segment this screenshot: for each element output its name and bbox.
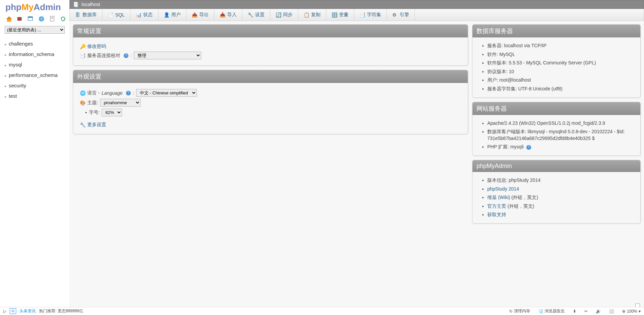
charsets-icon: 📑	[360, 12, 365, 18]
db-item-mysql[interactable]: mysql	[3, 59, 67, 70]
fontsize-select[interactable]: 82%	[102, 109, 122, 116]
list-item: 官方主页 (外链，英文)	[487, 202, 634, 211]
tab-engines[interactable]: ⚙引擎	[387, 9, 415, 21]
logout-icon[interactable]	[17, 16, 23, 22]
tab-variables[interactable]: 🔢变量	[326, 9, 354, 21]
main-area: 📑 localhost 🗄数据库 📄SQL 📊状态 👤用户 📤导出 📥导入 🔧设…	[69, 0, 644, 315]
change-password-link[interactable]: 修改密码	[87, 44, 106, 50]
general-settings-title: 常规设置	[73, 25, 468, 37]
logo-php: php	[5, 2, 22, 12]
download-icon[interactable]: ⬇	[573, 309, 576, 314]
list-item: 版本信息: phpStudy 2014	[487, 176, 634, 185]
list-item: 维基 (Wiki) (外链，英文)	[487, 193, 634, 202]
db-server-title: 数据库服务器	[472, 25, 640, 37]
browser-status-bar: ▷ 今 头条资讯 热门推荐: 变态999999亿 ↻ 清理内存 🩺 浏览器医生 …	[0, 307, 644, 315]
list-item: phpStudy 2014	[487, 185, 634, 194]
phpmyadmin-logo[interactable]: phpMyAdmin	[5, 2, 67, 12]
sql-docs-icon[interactable]	[49, 16, 55, 22]
news-link[interactable]: 头条资讯	[20, 308, 36, 314]
language-label-en: Language	[102, 90, 123, 96]
db-server-list: 服务器: localhost via TCP/IP 软件: MySQL 软件版本…	[479, 41, 634, 93]
wrench-icon: 🔧	[80, 122, 85, 127]
zoom-control[interactable]: ⊕ 100% ▾	[622, 309, 641, 314]
more-settings-link[interactable]: 更多设置	[87, 122, 106, 128]
import-icon: 📥	[220, 12, 225, 18]
sql-icon: 📄	[108, 12, 113, 18]
logo-my: My	[22, 2, 34, 12]
tab-users[interactable]: 👤用户	[158, 9, 186, 21]
link-support[interactable]: 获取支持	[487, 212, 506, 217]
database-list: challenges information_schema mysql perf…	[1, 38, 67, 101]
reload-icon[interactable]	[60, 16, 66, 22]
appearance-title: 外观设置	[73, 70, 468, 83]
language-icon: 🌐	[80, 90, 85, 96]
theme-label: 主题:	[87, 100, 98, 106]
tab-sync[interactable]: 🔄同步	[270, 9, 298, 21]
hot-recommend[interactable]: 热门推荐: 变态999999亿	[39, 308, 83, 314]
theme-icon: 🎨	[80, 100, 85, 106]
language-select[interactable]: 中文 - Chinese simplified	[136, 89, 197, 97]
collation-select[interactable]: 整理	[134, 52, 201, 59]
tab-charsets[interactable]: 📑字符集	[354, 9, 387, 21]
home-icon[interactable]	[6, 16, 12, 22]
top-tabs: 🗄数据库 📄SQL 📊状态 👤用户 📤导出 📥导入 🔧设置 🔄同步 📋复制 🔢变…	[69, 9, 644, 21]
tab-import[interactable]: 📥导入	[214, 9, 242, 21]
browser-doctor-button[interactable]: 🩺 浏览器医生	[538, 308, 565, 314]
breadcrumb-host[interactable]: localhost	[82, 2, 100, 7]
volume-icon[interactable]: 🔊	[596, 309, 601, 314]
database-icon: 🗄	[75, 12, 81, 18]
sidebar: phpMyAdmin ? (最近使用的表) ... challenges inf…	[0, 0, 67, 315]
help-icon[interactable]: ?	[526, 145, 531, 150]
list-item: 软件: MySQL	[487, 50, 634, 59]
collation-label: 服务器连接校对	[87, 53, 120, 59]
query-window-icon[interactable]	[28, 16, 34, 22]
breadcrumb: 📑 localhost	[69, 0, 644, 9]
svg-rect-3	[28, 17, 33, 18]
variables-icon: 🔢	[332, 12, 337, 18]
web-server-list: Apache/2.4.23 (Win32) OpenSSL/1.0.2j mod…	[479, 119, 634, 151]
list-item: 软件版本: 5.5.53 - MySQL Community Server (G…	[487, 59, 634, 67]
list-item: 数据库客户端版本: libmysql - mysqlnd 5.0.8-dev -…	[487, 127, 634, 143]
theme-select[interactable]: pmahomme	[100, 99, 141, 107]
link-phpstudy[interactable]: phpStudy 2014	[487, 186, 519, 192]
fontsize-label: 字号:	[89, 110, 100, 116]
help-icon[interactable]: ?	[124, 53, 128, 58]
link-homepage[interactable]: 官方主页	[487, 203, 506, 209]
tab-status[interactable]: 📊状态	[130, 9, 158, 21]
password-icon: 🔑	[80, 44, 85, 49]
logo-admin: Admin	[34, 2, 61, 12]
tab-replication[interactable]: 📋复制	[298, 9, 326, 21]
sidebar-nav-icons: ?	[6, 16, 67, 22]
phpmyadmin-title: phpMyAdmin	[472, 160, 640, 172]
tab-databases[interactable]: 🗄数据库	[70, 9, 102, 21]
list-item: 获取支持	[487, 210, 634, 219]
tab-settings[interactable]: 🔧设置	[242, 9, 270, 21]
db-item-performance-schema[interactable]: performance_schema	[3, 70, 67, 80]
phpmyadmin-panel: phpMyAdmin 版本信息: phpStudy 2014 phpStudy …	[472, 160, 641, 224]
svg-marker-9	[61, 19, 62, 21]
back-icon[interactable]: ▷	[3, 309, 6, 314]
appearance-settings-panel: 外观设置 🌐 语言 - Language ? : 中文 - Chinese si…	[73, 70, 468, 134]
language-label: 语言 -	[87, 90, 100, 96]
clear-memory-button[interactable]: ↻ 清理内存	[509, 308, 530, 314]
db-item-security[interactable]: security	[3, 80, 67, 91]
list-item: 协议版本: 10	[487, 67, 634, 76]
docs-icon[interactable]: ?	[38, 16, 44, 22]
db-item-challenges[interactable]: challenges	[3, 38, 67, 49]
status-icon: 📊	[136, 12, 141, 18]
help-icon[interactable]: ?	[126, 91, 131, 95]
link-wiki[interactable]: 维基 (Wiki)	[487, 195, 510, 200]
sync-icon: 🔄	[276, 12, 281, 18]
recent-tables-select[interactable]: (最近使用的表) ...	[5, 26, 65, 34]
db-item-test[interactable]: test	[3, 91, 67, 101]
list-item: 服务器: localhost via TCP/IP	[487, 41, 634, 50]
tab-sql[interactable]: 📄SQL	[102, 9, 130, 21]
list-item: Apache/2.4.23 (Win32) OpenSSL/1.0.2j mod…	[487, 119, 634, 128]
tab-export[interactable]: 📤导出	[186, 9, 214, 21]
collation-icon: 📑	[80, 53, 85, 58]
capture-icon[interactable]: ✂	[584, 309, 588, 314]
db-item-information-schema[interactable]: information_schema	[3, 49, 67, 59]
restore-icon[interactable]: ⬜	[609, 309, 614, 314]
web-server-panel: 网站服务器 Apache/2.4.23 (Win32) OpenSSL/1.0.…	[472, 102, 641, 156]
export-icon: 📤	[192, 12, 197, 18]
